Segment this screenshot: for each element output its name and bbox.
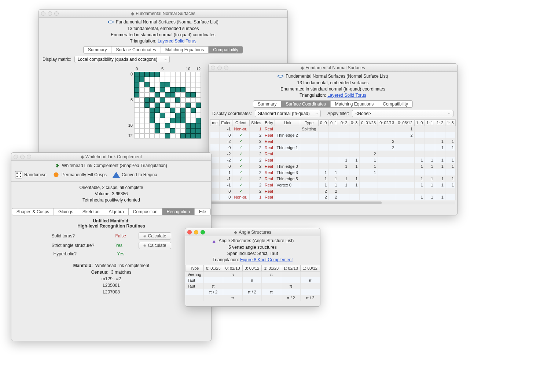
zoom-icon[interactable] xyxy=(54,11,59,16)
convert-button[interactable]: Convert to Regina xyxy=(113,172,157,178)
column-header[interactable]: Bdry xyxy=(263,120,275,126)
tabbar[interactable]: SummarySurface CoordinatesMatching Equat… xyxy=(253,100,413,108)
tab-matching-equations[interactable]: Matching Equations xyxy=(161,47,209,53)
table-row[interactable]: 0✓2RealThin edge 1211 xyxy=(210,144,456,151)
titlebar[interactable]: ◆Fundamental Normal Surfaces xyxy=(209,64,457,72)
triangulation-link[interactable]: Layered Solid Torus xyxy=(158,38,196,44)
matrix-cell xyxy=(134,108,139,113)
table-row[interactable]: -2✓2Real1111111 xyxy=(210,157,456,163)
traffic-lights[interactable] xyxy=(211,66,228,70)
tab-surface-coordinates[interactable]: Surface Coordinates xyxy=(111,47,161,53)
tab-matching-equations[interactable]: Matching Equations xyxy=(331,101,378,107)
coordinates-table[interactable]: meEulerOrientSidesBdryLinkType0: 00: 10:… xyxy=(210,119,456,200)
display-coordinates-select[interactable]: Standard normal (tri-quad) xyxy=(255,110,321,117)
zoom-icon[interactable] xyxy=(27,155,31,159)
table-row[interactable]: 0✓2RealThin edge 22 xyxy=(210,132,456,138)
column-header[interactable]: 1: 02/13 xyxy=(281,265,301,271)
table-row[interactable]: π / 2π / 2π xyxy=(185,289,320,295)
minimize-icon[interactable] xyxy=(20,155,25,159)
close-icon[interactable] xyxy=(211,66,215,70)
matrix-cell xyxy=(180,92,185,97)
tab-algebra[interactable]: Algebra xyxy=(104,208,128,215)
column-header[interactable]: 1: 01/23 xyxy=(262,265,281,271)
tab-shapes-cusps[interactable]: Shapes & Cusps xyxy=(12,208,54,215)
table-row[interactable]: 0✓2RealThin edge 01111111 xyxy=(210,163,456,169)
column-header[interactable]: 0: 3 xyxy=(349,120,359,126)
column-header[interactable]: Type xyxy=(185,265,204,271)
randomise-button[interactable]: Randomise xyxy=(15,171,47,178)
panel-header: Fundamental Normal Surfaces (Normal Surf… xyxy=(209,72,457,80)
table-row[interactable]: -1Non-or.1RealSplitting1 xyxy=(210,126,456,132)
column-header[interactable]: 0: 02/13 xyxy=(223,265,242,271)
tab-skeleton[interactable]: Skeleton xyxy=(78,208,104,215)
calculate-button[interactable]: Calculate xyxy=(139,232,171,240)
tab-recognition[interactable]: Recognition xyxy=(162,208,195,215)
tab-file[interactable]: File xyxy=(195,208,210,215)
table-row[interactable]: -1✓2RealThin edge 511111111 xyxy=(210,175,456,182)
table-row[interactable]: -1✓2RealVertex 011111111 xyxy=(210,182,456,188)
column-header[interactable]: Link xyxy=(275,120,300,126)
close-icon[interactable] xyxy=(14,155,18,159)
table-row[interactable]: Tautππ xyxy=(185,283,320,289)
triangulation-link[interactable]: Figure 8 Knot Complement xyxy=(240,257,293,262)
matrix-cell xyxy=(191,87,196,92)
horizontal-scrollbar[interactable] xyxy=(211,201,455,204)
tabbar[interactable]: SummarySurface CoordinatesMatching Equat… xyxy=(83,46,243,53)
zoom-icon[interactable] xyxy=(201,230,205,234)
traffic-lights[interactable] xyxy=(41,11,59,16)
column-header[interactable]: 0: 03/12 xyxy=(396,120,414,126)
minimize-icon[interactable] xyxy=(48,11,52,16)
matrix-cell xyxy=(185,87,191,92)
column-header[interactable]: 0: 2 xyxy=(339,120,349,126)
fill-cusps-button[interactable]: Permanently Fill Cusps xyxy=(52,171,107,178)
minimize-icon[interactable] xyxy=(217,66,222,70)
table-row[interactable]: -1✓2RealThin edge 3111 xyxy=(210,169,456,175)
column-header[interactable]: 1: 0 xyxy=(414,120,425,126)
column-header[interactable]: 1: 2 xyxy=(435,120,445,126)
tab-surface-coordinates[interactable]: Surface Coordinates xyxy=(281,101,330,107)
minimize-icon[interactable] xyxy=(194,230,198,234)
titlebar[interactable]: ◆Whitehead Link Complement xyxy=(11,153,211,161)
column-header[interactable]: 0: 1 xyxy=(328,120,339,126)
column-header[interactable]: 1: 3 xyxy=(445,120,455,126)
table-row[interactable]: Veeringππ xyxy=(185,271,320,278)
close-icon[interactable] xyxy=(187,230,192,234)
table-row[interactable]: Tautππ xyxy=(185,277,320,283)
column-header[interactable]: Euler xyxy=(219,120,232,126)
column-header[interactable]: 1: 1 xyxy=(425,120,435,126)
apply-filter-select[interactable]: <None> xyxy=(352,110,453,117)
column-header[interactable]: 0: 0 xyxy=(318,120,328,126)
column-header[interactable]: Orient xyxy=(232,120,249,126)
traffic-lights[interactable] xyxy=(187,230,205,234)
column-header[interactable]: Sides xyxy=(249,120,263,126)
column-header[interactable]: 0: 03/12 xyxy=(242,265,262,271)
table-row[interactable]: 0Non-or.1Real22111 xyxy=(210,194,456,200)
angle-structures-table[interactable]: Type0: 01/230: 02/130: 03/121: 01/231: 0… xyxy=(185,265,320,301)
display-matrix-select[interactable]: Local compatibility (quads and octagons) xyxy=(74,56,170,63)
column-header[interactable]: 0: 01/23 xyxy=(203,265,223,271)
close-icon[interactable] xyxy=(41,11,45,16)
column-header[interactable]: me xyxy=(210,120,220,126)
column-header[interactable]: 1: 03/12 xyxy=(301,265,320,271)
tab-composition[interactable]: Composition xyxy=(129,208,162,215)
calculate-button[interactable]: Calculate xyxy=(139,242,171,249)
column-header[interactable]: 0: 02/13 xyxy=(378,120,396,126)
tabbar[interactable]: Shapes & CuspsGluingsSkeletonAlgebraComp… xyxy=(12,208,211,215)
titlebar[interactable]: ◆Fundamental Normal Surfaces xyxy=(39,10,287,18)
column-header[interactable]: Type xyxy=(300,120,318,126)
tab-gluings[interactable]: Gluings xyxy=(54,208,78,215)
table-row[interactable]: ππ / 2π / 2 xyxy=(185,295,320,301)
tab-compatibility[interactable]: Compatibility xyxy=(209,47,243,53)
titlebar[interactable]: ◆Angle Structures xyxy=(185,228,320,236)
table-row[interactable]: -2✓2Real2 xyxy=(210,151,456,157)
triangulation-link[interactable]: Layered Solid Torus xyxy=(327,93,366,98)
column-header[interactable]: 0: 01/23 xyxy=(359,120,378,126)
matrix-cell xyxy=(175,108,180,113)
table-row[interactable]: 0✓2Real22 xyxy=(210,188,456,194)
tab-compatibility[interactable]: Compatibility xyxy=(378,101,412,107)
zoom-icon[interactable] xyxy=(224,66,228,70)
traffic-lights[interactable] xyxy=(14,155,31,159)
tab-summary[interactable]: Summary xyxy=(253,101,281,107)
table-row[interactable]: -2✓2Real211 xyxy=(210,138,456,144)
tab-summary[interactable]: Summary xyxy=(84,47,111,53)
